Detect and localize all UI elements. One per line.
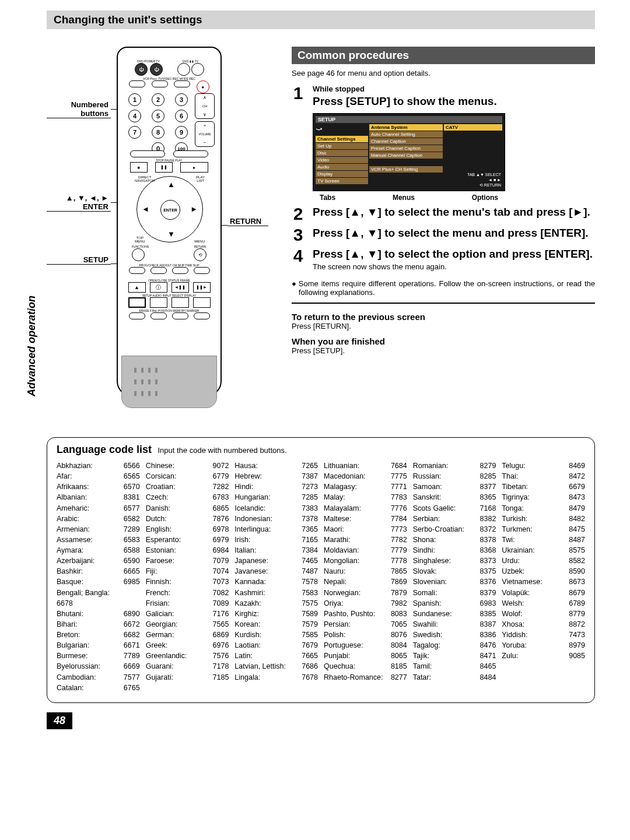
num-5: 5 [152,110,164,122]
lang-entry: Bihari:6672 [57,619,140,630]
open-close-button: ▲ [128,282,146,293]
lang-entry: Afrikaans:6570 [57,481,140,492]
osd-foot-return: ⟲ RETURN [444,182,502,188]
frec-button [150,312,167,319]
lang-entry: Romanian:8279 [413,461,496,471]
num-2: 2 [152,93,164,106]
arrow-right-icon: ► [190,205,198,213]
lang-entry: Samoan:8377 [413,481,496,492]
stop-button: ■ [130,162,148,173]
lang-entry: Japanese:7465 [235,556,318,566]
num-7: 7 [128,126,141,139]
step-4-note: The screen now shows the menu again. [313,262,595,271]
section-title: Common procedures [292,47,595,64]
lang-entry: Bengali; Bangla: [57,588,140,598]
lang-entry: Vietnamese:8673 [502,577,585,587]
osd-tab-disc: Disc [316,150,368,156]
lang-entry: Hungarian:7285 [235,492,318,502]
lang-entry: Indonesian:7378 [235,514,318,524]
lang-entry: Welsh:6789 [502,598,585,609]
remote-display-button [193,297,211,308]
lang-entry: Czech:6783 [146,492,229,502]
lang-column: Chinese:9072Corsican:6779Croatian:7282Cz… [146,461,229,693]
step-2-title: Press [▲, ▼] to select the menu's tab an… [313,205,595,219]
lang-entry: Icelandic:7383 [235,503,318,514]
lang-entry: Rhaeto-Romance:8277 [324,672,407,683]
bullet-note: ●Some items require different operations… [292,279,595,297]
lang-entry: Quechua:8185 [324,661,407,672]
arrow-left-icon: ◄ [142,205,149,213]
lang-entry: Guarani:7178 [146,661,229,672]
lang-entry: Hebrew:7387 [235,471,318,481]
num-8: 8 [152,126,164,139]
remote-illustration: Numberedbuttons ▲, ▼, ◄, ►ENTER SETUP RE… [47,47,268,420]
lang-column: Hausa:7265Hebrew:7387Hindi:7273Hungarian… [235,461,318,693]
lang-entry: Oriya:7982 [324,598,407,609]
lang-entry: Sundanese:8385 [413,609,496,619]
lang-entry: Greek:6976 [146,640,229,651]
lang-entry: Laotian:7679 [235,640,318,651]
seek-fwd [173,150,208,157]
step-1-number: 1 [292,85,304,102]
lang-entry: Aymara:6588 [57,545,140,556]
callout-numbered-buttons: Numberedbuttons [47,100,111,118]
arrow-up-icon: ▲ [167,180,175,189]
lang-entry: Portuguese:8084 [324,640,407,651]
lang-entry: Albanian:8381 [57,492,140,502]
osd-legend-menus: Menus [393,194,415,202]
lang-entry: Tamil:8465 [413,661,496,672]
lang-entry: Dutch:7876 [146,514,229,524]
lang-entry: Yiddish:7473 [502,630,585,640]
lang-entry: Maltese:7784 [324,514,407,524]
lang-entry: Punjabi:8065 [324,651,407,661]
return-heading: To return to the previous screen [292,312,595,322]
lang-entry: Nepali:7869 [324,577,407,587]
tv-mode-button [191,63,204,76]
lang-entry: Twi:8487 [502,535,585,545]
frame-fwd-button: ❚❚► [193,282,211,293]
lang-entry: Cambodian:7577 [57,672,140,683]
dvd-power-button: ⏻ [135,63,148,76]
osd-tab-video: Video [316,157,368,163]
input-select-button [172,297,189,308]
lang-entry: Serbian:8382 [413,514,496,524]
seek-back [130,150,165,157]
osd-title: SETUP [316,116,502,123]
lang-entry: Basque:6985 [57,577,140,587]
osd-setup-menu: SETUP ⤻ Channel Settings Set Up Disc Vid… [313,113,505,191]
lang-column: Telugu:8469Thai:8472Tibetan:6679Tigrinya… [502,461,585,693]
lang-entry: Sanskrit:8365 [413,492,496,502]
lang-entry: Turkmen:8475 [502,524,585,535]
lang-entry: Macedonian:7775 [324,471,407,481]
lang-entry: Kurdish:7585 [235,630,318,640]
lang-entry: Georgian:7565 [146,619,229,630]
return-button: ⟲ [194,248,206,261]
lang-entry: Malay:7783 [324,492,407,502]
lang-entry: Scots Gaelic:7168 [413,503,496,514]
lang-entry: Latvian, Lettish:7686 [235,661,318,672]
lang-entry: Malayalam:7776 [324,503,407,514]
vcrplus-button [129,80,145,87]
lang-entry: Swahili:8387 [413,619,496,630]
lang-entry: Pashto, Pushto:8083 [324,609,407,619]
lang-entry: Nauru:7865 [324,566,407,577]
lang-entry: Spanish:6983 [413,598,496,609]
step-1-precondition: While stopped [313,85,595,93]
lang-entry: Somali:8379 [413,588,496,598]
lang-entry: Fiji:7074 [146,566,229,577]
lang-entry: Chinese:9072 [146,461,229,471]
lang-entry: Galician:7176 [146,609,229,619]
step-4-title: Press [▲, ▼] to select the option and pr… [313,247,595,261]
lang-entry: Tigrinya:8473 [502,492,585,502]
lang-entry: 6678 [57,598,140,609]
num-9: 9 [175,126,188,139]
lang-entry: Tatar:8484 [413,672,496,683]
osd-legend: Tabs Menus Options [313,194,505,202]
lang-entry: Hindi:7273 [235,481,318,492]
remote-audio-button [150,297,167,308]
osd-tab-display: Display [316,171,368,177]
lang-entry: Swedish:8386 [413,630,496,640]
lang-entry: Bulgarian:6671 [57,640,140,651]
osd-menu-manual: Manual Channel Caption [369,152,443,159]
lang-entry: Assamese:6583 [57,535,140,545]
